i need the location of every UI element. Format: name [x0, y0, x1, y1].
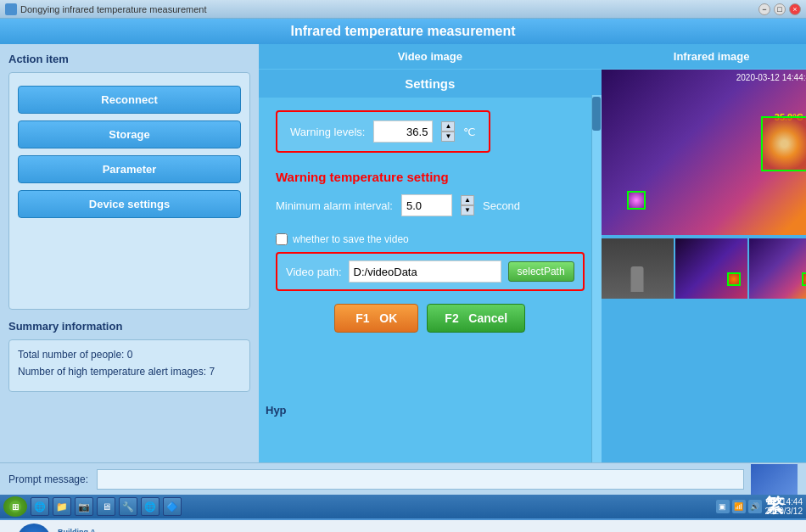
taskbar: ⊞ 🌐 📁 📷 🖥 🔧 🌐 🔷 ▣ 📶 🔊 14:44 2020/3/12 — [0, 495, 806, 518]
infrared-image-label: Infrared image — [602, 44, 806, 70]
device-settings-button[interactable]: Device settings — [18, 190, 241, 218]
storage-button[interactable]: Storage — [18, 120, 241, 148]
high-temp-label: Number of high temperature alert images: — [18, 366, 206, 378]
svg-text:⊞: ⊞ — [12, 502, 19, 512]
taskbar-app1[interactable]: 📷 — [75, 497, 93, 516]
taskbar-app3[interactable]: 🔧 — [119, 497, 137, 516]
cancel-label: Cancel — [468, 311, 507, 325]
second-label: Second — [483, 199, 520, 212]
warning-levels-input[interactable] — [373, 120, 433, 143]
title-bar: Dongying infrared temperature measuremen… — [0, 0, 806, 19]
alarm-spinner[interactable]: ▲ ▼ — [461, 195, 474, 216]
taskbar-file[interactable]: 📁 — [53, 497, 71, 516]
high-temp-value: 7 — [209, 366, 215, 378]
infrared-panel: 2020-03-12 14:44:42 35.9°C — [602, 70, 806, 462]
infrared-main-image: 2020-03-12 14:44:42 35.9°C — [602, 70, 806, 235]
warning-levels-label: Warning levels: — [290, 126, 365, 138]
select-path-button[interactable]: selectPath — [508, 261, 574, 282]
action-section-title: Action item — [8, 53, 250, 65]
save-video-checkbox[interactable] — [276, 233, 288, 245]
tray-icon-1[interactable]: ▣ — [716, 500, 730, 513]
f1-ok-button[interactable]: F1 OK — [334, 304, 418, 333]
parameter-button[interactable]: Parameter — [18, 155, 241, 183]
hyp-label: Hyp — [259, 400, 294, 420]
footer: 让世界更安全 Building A Safer World web:www.ea… — [0, 518, 806, 532]
save-video-row: whether to save the video — [276, 233, 585, 245]
taskbar-time: 14:44 2020/3/12 — [765, 497, 803, 516]
total-people-row: Total number of people: 0 — [18, 349, 241, 361]
summary-section-title: Summary information — [8, 320, 250, 333]
scroll-thumb[interactable] — [592, 97, 601, 131]
footer-logo: 让世界更安全 Building A Safer World — [17, 524, 100, 532]
f2-label: F2 — [445, 311, 458, 325]
start-button[interactable]: ⊞ — [3, 496, 27, 517]
windows-icon: ⊞ — [8, 500, 22, 513]
date-display: 2020/3/12 — [765, 507, 803, 516]
minimize-button[interactable]: − — [758, 3, 770, 15]
save-video-label: whether to save the video — [293, 233, 409, 245]
video-image-label: Video image — [259, 44, 602, 70]
prompt-label: Prompt message: — [8, 473, 88, 485]
close-button[interactable]: × — [789, 3, 801, 15]
settings-body: Warning levels: ▲ ▼ ℃ Warning temperatur… — [259, 98, 602, 345]
f1-label: F1 — [355, 311, 369, 325]
infrared-thumbnails — [602, 235, 806, 299]
video-path-label: Video path: — [286, 266, 342, 278]
total-people-label: Total number of people: — [18, 349, 124, 361]
high-temp-row: Number of high temperature alert images:… — [18, 366, 241, 378]
main-panel: Video image Infrared image Settings Warn… — [259, 44, 806, 462]
taskbar-app2[interactable]: 🖥 — [97, 497, 115, 516]
face-detection-box — [761, 116, 806, 171]
warning-spinner[interactable]: ▲ ▼ — [441, 121, 455, 142]
left-panel: Action item Reconnect Storage Parameter … — [0, 44, 259, 462]
action-buttons-container: Reconnect Storage Parameter Device setti… — [8, 72, 250, 310]
spin-up[interactable]: ▲ — [441, 121, 455, 132]
alarm-interval-input[interactable] — [401, 194, 452, 216]
titlebar-title: Dongying infrared temperature measuremen… — [20, 4, 758, 14]
warning-temp-title: Warning temperature setting — [276, 170, 585, 184]
settings-panel: Settings Warning levels: ▲ ▼ ℃ — [259, 70, 602, 462]
summary-box: Total number of people: 0 Number of high… — [8, 339, 250, 392]
alarm-spin-down[interactable]: ▼ — [461, 205, 474, 216]
small-detection-box — [627, 191, 646, 210]
maximize-button[interactable]: □ — [774, 3, 786, 15]
infrared-timestamp: 2020-03-12 14:44:42 — [736, 73, 806, 82]
video-path-input[interactable] — [349, 260, 501, 283]
prompt-message-box — [97, 469, 744, 490]
temp-unit: ℃ — [463, 126, 476, 138]
f2-cancel-button[interactable]: F2 Cancel — [427, 304, 525, 333]
reconnect-button[interactable]: Reconnect — [18, 86, 241, 114]
logo-circle: 让世界更安全 — [17, 524, 51, 532]
logo-subtitle: Building A Safer World — [58, 528, 100, 532]
video-path-box: Video path: selectPath — [276, 252, 585, 291]
thumbnail-1[interactable] — [602, 238, 674, 299]
panel-top-row: Video image Infrared image — [259, 44, 806, 70]
dialog-action-row: F1 OK F2 Cancel — [276, 304, 585, 333]
main-content-area: Settings Warning levels: ▲ ▼ ℃ — [259, 70, 806, 462]
spin-down[interactable]: ▼ — [441, 132, 455, 142]
window-controls: − □ × — [758, 3, 801, 15]
warning-levels-box: Warning levels: ▲ ▼ ℃ — [276, 110, 490, 153]
thumbnail-2[interactable] — [675, 238, 747, 299]
alarm-interval-row: Minimum alarm interval: ▲ ▼ Second — [276, 194, 585, 216]
ok-label: OK — [379, 311, 397, 325]
main-header: Infrared temperature measurement — [0, 19, 806, 44]
time-display: 14:44 — [765, 497, 803, 507]
tray-icon-3[interactable]: 🔊 — [748, 500, 762, 513]
app-body: Action item Reconnect Storage Parameter … — [0, 44, 806, 462]
total-people-value: 0 — [127, 349, 133, 361]
prompt-watermark: 繁 — [751, 464, 798, 495]
alarm-interval-label: Minimum alarm interval: — [276, 199, 393, 212]
taskbar-app4[interactable]: 🌐 — [141, 497, 160, 516]
app-icon — [5, 3, 17, 15]
face-heat-visualization — [763, 118, 806, 170]
thumbnail-3[interactable] — [749, 238, 806, 299]
main-title: Infrared temperature measurement — [291, 24, 516, 38]
taskbar-explorer[interactable]: 🌐 — [31, 497, 49, 516]
tray-icon-2[interactable]: 📶 — [732, 500, 746, 513]
scrollbar[interactable] — [591, 95, 602, 462]
taskbar-app5[interactable]: 🔷 — [163, 497, 182, 516]
alarm-spin-up[interactable]: ▲ — [461, 195, 474, 205]
bottom-panel: Prompt message: 繁 — [0, 462, 806, 495]
system-tray: ▣ 📶 🔊 — [716, 500, 762, 513]
